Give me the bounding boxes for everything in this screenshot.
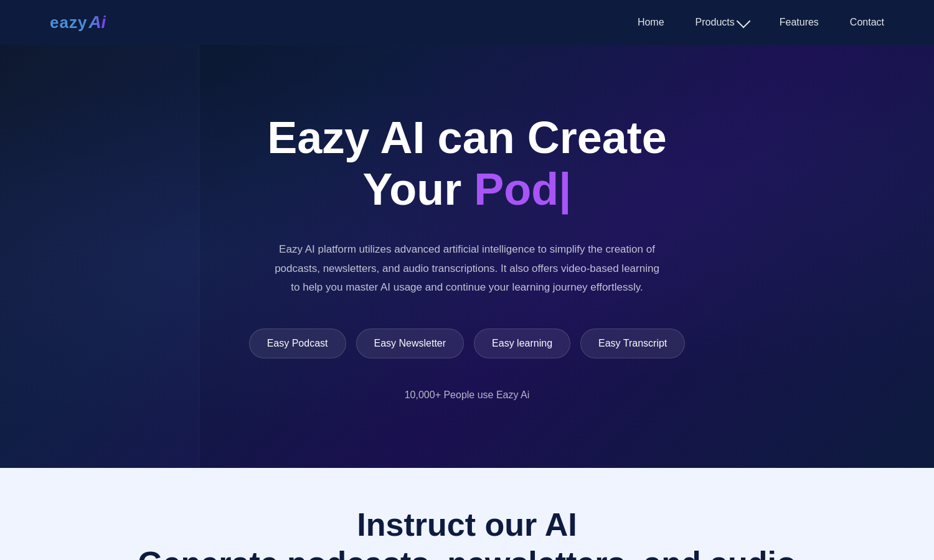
easy-newsletter-button[interactable]: Easy Newsletter — [356, 329, 465, 358]
logo-eazy-text: eazy — [50, 13, 87, 32]
hero-title-highlight: Pod| — [474, 164, 571, 214]
navigation: eazyAi Home Products Features Contact — [0, 0, 934, 45]
hero-description: Eazy AI platform utilizes advanced artif… — [274, 240, 660, 297]
hero-title-line2: Your Pod| — [267, 164, 667, 215]
nav-item-contact[interactable]: Contact — [850, 17, 884, 28]
nav-item-features[interactable]: Features — [780, 17, 819, 28]
nav-link-home[interactable]: Home — [638, 17, 664, 27]
hero-title: Eazy AI can Create Your Pod| — [267, 112, 667, 215]
bottom-title: Instruct our AI — [357, 505, 577, 544]
product-buttons: Easy Podcast Easy Newsletter Easy learni… — [249, 329, 686, 358]
logo-ai-text: Ai — [88, 12, 106, 32]
hero-section: Eazy AI can Create Your Pod| Eazy AI pla… — [0, 45, 934, 468]
cursor: | — [559, 164, 571, 214]
users-count: 10,000+ People use Eazy Ai — [405, 390, 530, 401]
hero-left-decoration — [0, 45, 199, 468]
chevron-down-icon — [736, 14, 750, 29]
nav-item-products[interactable]: Products — [696, 17, 748, 28]
hero-highlight-text: Pod — [474, 164, 559, 214]
easy-podcast-button[interactable]: Easy Podcast — [249, 329, 346, 358]
bottom-subtitle: Generate podcasts, newsletters, and audi… — [138, 544, 796, 560]
bottom-section: Instruct our AI Generate podcasts, newsl… — [0, 468, 934, 560]
nav-links: Home Products Features Contact — [638, 17, 884, 28]
hero-title-line2-prefix: Your — [363, 164, 474, 214]
nav-link-features[interactable]: Features — [780, 17, 819, 27]
logo[interactable]: eazyAi — [50, 12, 106, 32]
nav-link-contact[interactable]: Contact — [850, 17, 884, 27]
nav-item-home[interactable]: Home — [638, 17, 664, 28]
nav-link-products[interactable]: Products — [696, 17, 748, 28]
easy-learning-button[interactable]: Easy learning — [474, 329, 570, 358]
hero-title-line1: Eazy AI can Create — [267, 112, 667, 164]
easy-transcript-button[interactable]: Easy Transcript — [580, 329, 685, 358]
products-label: Products — [696, 17, 735, 28]
